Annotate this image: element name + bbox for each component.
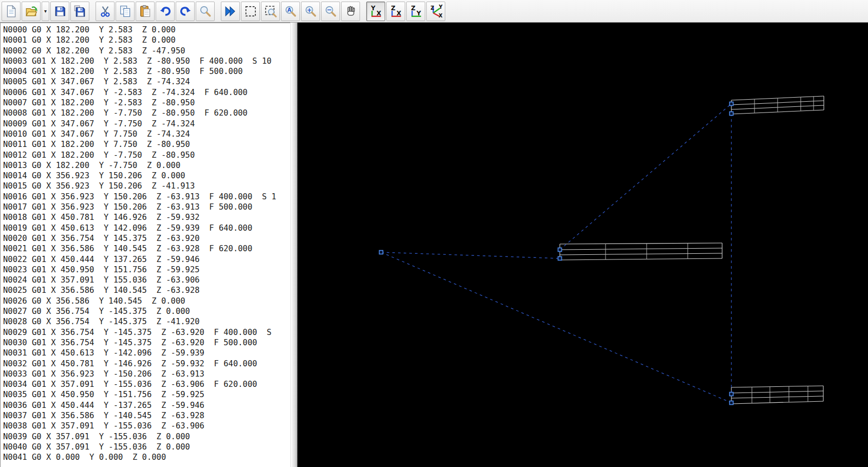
gcode-line: N0020 G01 X 356.754 Y 145.375 Z -63.920 bbox=[3, 233, 290, 244]
view-iso-icon: ZYX bbox=[429, 5, 443, 18]
gcode-line: N0026 G0 X 356.586 Y 140.545 Z 0.000 bbox=[3, 296, 290, 306]
gcode-line: N0010 G01 X 347.067 Y 7.750 Z -74.324 bbox=[3, 129, 290, 139]
view-zx-icon: ZX bbox=[389, 5, 403, 18]
gcode-line: N0036 G01 X 450.444 Y -137.265 Z -59.946 bbox=[3, 400, 290, 410]
toolbar-separator bbox=[215, 2, 220, 21]
rapid-move-path bbox=[381, 252, 560, 258]
gcode-editor[interactable]: N0000 G0 X 182.200 Y 2.583 Z 0.000N0001 … bbox=[0, 23, 290, 467]
gcode-line: N0033 G01 X 356.923 Y -150.206 Z -63.913 bbox=[3, 369, 290, 379]
vertex-marker bbox=[730, 102, 733, 106]
zoom-out-icon: − bbox=[324, 5, 337, 18]
zoom-window-button[interactable] bbox=[261, 2, 280, 21]
gcode-line: N0014 G0 X 356.923 Y 150.206 Z 0.000 bbox=[3, 171, 290, 181]
svg-text:X: X bbox=[438, 12, 442, 17]
search-button[interactable] bbox=[196, 2, 215, 21]
vertex-marker bbox=[558, 248, 562, 252]
zoom-all-button[interactable]: A bbox=[281, 2, 300, 21]
svg-text:Z: Z bbox=[391, 5, 395, 12]
view-zy-button[interactable]: ZY bbox=[406, 2, 425, 21]
gcode-line: N0030 G01 X 356.754 Y -145.375 Z -63.920… bbox=[3, 338, 290, 348]
vertex-marker bbox=[558, 257, 562, 260]
view-zx-button[interactable]: ZX bbox=[386, 2, 405, 21]
gcode-line: N0034 G01 X 357.091 Y -155.036 Z -63.906… bbox=[3, 379, 290, 389]
vertex-marker bbox=[380, 251, 383, 254]
cut-button[interactable] bbox=[96, 2, 115, 21]
copy-icon bbox=[119, 5, 132, 18]
gcode-line: N0009 G01 X 347.067 Y -7.750 Z -74.324 bbox=[3, 119, 290, 129]
save-file-as-icon bbox=[73, 5, 87, 18]
vertical-scrollbar[interactable] bbox=[290, 23, 297, 467]
gcode-line: N0029 G01 X 356.754 Y -145.375 Z -63.920… bbox=[3, 327, 290, 338]
slot-top-wireframe bbox=[731, 96, 824, 114]
gcode-line: N0017 G01 X 356.923 Y 150.206 Z -63.913 … bbox=[3, 202, 290, 212]
gcode-line: N0008 G01 X 182.200 Y -7.750 Z -80.950 F… bbox=[3, 108, 290, 118]
svg-text:Z: Z bbox=[411, 5, 416, 12]
open-file-button[interactable] bbox=[22, 2, 41, 21]
pan-button[interactable] bbox=[341, 2, 360, 21]
gcode-line: N0021 G01 X 356.586 Y 140.545 Z -63.928 … bbox=[3, 244, 290, 254]
zoom-in-button[interactable]: + bbox=[301, 2, 320, 21]
svg-text:Z: Z bbox=[430, 5, 434, 10]
gcode-line: N0004 G01 X 182.200 Y 2.583 Z -80.950 F … bbox=[3, 66, 290, 77]
toolbar-separator bbox=[361, 2, 366, 21]
gcode-line: N0035 G01 X 450.950 Y -151.756 Z -59.925 bbox=[3, 389, 290, 400]
run-simulation-icon bbox=[224, 5, 237, 18]
save-file-button[interactable] bbox=[50, 2, 69, 21]
new-file-button[interactable] bbox=[2, 2, 21, 21]
save-file-icon bbox=[53, 5, 67, 18]
view-iso-button[interactable]: ZYX bbox=[426, 2, 445, 21]
gcode-line: N0003 G01 X 182.200 Y 2.583 Z -80.950 F … bbox=[3, 56, 290, 66]
gcode-line: N0041 G0 X 0.000 Y 0.000 Z 0.000 bbox=[3, 452, 290, 462]
toolpath-plot bbox=[297, 23, 867, 467]
paste-icon bbox=[139, 5, 152, 18]
view-yx-button[interactable]: YX bbox=[366, 2, 385, 21]
view-yx-icon: YX bbox=[369, 5, 383, 18]
zoom-all-icon: A bbox=[284, 5, 297, 18]
gcode-line: N0006 G01 X 347.067 Y -2.583 Z -74.324 F… bbox=[3, 87, 290, 98]
run-simulation-button[interactable] bbox=[221, 2, 240, 21]
svg-text:X: X bbox=[376, 9, 381, 16]
zoom-window-icon bbox=[264, 5, 277, 18]
save-file-as-button[interactable] bbox=[70, 2, 89, 21]
pan-icon bbox=[344, 5, 357, 18]
undo-button[interactable] bbox=[156, 2, 175, 21]
paste-button[interactable] bbox=[136, 2, 155, 21]
gcode-line: N0013 G0 X 182.200 Y -7.750 Z 0.000 bbox=[3, 160, 290, 171]
vertex-marker bbox=[730, 393, 733, 396]
open-file-dropdown-button[interactable]: ▾ bbox=[42, 2, 49, 21]
gcode-line: N0000 G0 X 182.200 Y 2.583 Z 0.000 bbox=[3, 25, 290, 35]
toolbar-separator bbox=[90, 2, 95, 21]
cut-icon bbox=[99, 5, 112, 18]
gcode-line: N0001 G0 X 182.200 Y 2.583 Z 0.000 bbox=[3, 35, 290, 45]
gcode-line: N0039 G0 X 357.091 Y -155.036 Z 0.000 bbox=[3, 432, 290, 442]
gcode-line: N0027 G0 X 356.754 Y -145.375 Z 0.000 bbox=[3, 306, 290, 316]
redo-button[interactable] bbox=[176, 2, 195, 21]
gcode-line: N0007 G01 X 182.200 Y -2.583 Z -80.950 bbox=[3, 98, 290, 108]
select-region-button[interactable] bbox=[241, 2, 260, 21]
toolbar: ▾A+−YXZXZYZYX bbox=[0, 0, 868, 23]
gcode-line: N0028 G0 X 356.754 Y -145.375 Z -41.920 bbox=[3, 316, 290, 327]
gcode-line: N0019 G01 X 450.613 Y 142.096 Z -59.939 … bbox=[3, 223, 290, 233]
svg-text:A: A bbox=[287, 7, 291, 13]
toolpath-viewport[interactable] bbox=[297, 23, 868, 467]
gcode-line: N0022 G01 X 450.444 Y 137.265 Z -59.946 bbox=[3, 254, 290, 265]
gcode-line: N0037 G01 X 356.586 Y -140.545 Z -63.928 bbox=[3, 410, 290, 421]
gcode-line: N0011 G01 X 182.200 Y 7.750 Z -80.950 bbox=[3, 139, 290, 150]
rapid-move-path bbox=[381, 252, 731, 403]
undo-icon bbox=[159, 5, 172, 18]
gcode-line: N0024 G01 X 357.091 Y 155.036 Z -63.906 bbox=[3, 275, 290, 285]
zoom-out-button[interactable]: − bbox=[321, 2, 340, 21]
gcode-line: N0012 G01 X 182.200 Y -7.750 Z -80.950 bbox=[3, 150, 290, 160]
slot-middle-wireframe bbox=[560, 243, 722, 260]
vertex-marker bbox=[730, 401, 733, 405]
open-file-dropdown-icon: ▾ bbox=[44, 8, 47, 14]
gcode-line: N0005 G01 X 347.067 Y 2.583 Z -74.324 bbox=[3, 77, 290, 87]
gcode-line: N0023 G01 X 450.950 Y 151.756 Z -59.925 bbox=[3, 265, 290, 275]
copy-button[interactable] bbox=[116, 2, 135, 21]
rapid-move-path bbox=[560, 104, 731, 250]
svg-text:Y: Y bbox=[370, 5, 375, 12]
select-region-icon bbox=[244, 5, 257, 18]
svg-text:X: X bbox=[397, 9, 401, 16]
open-file-icon bbox=[25, 5, 38, 18]
gcode-line: N0016 G01 X 356.923 Y 150.206 Z -63.913 … bbox=[3, 192, 290, 202]
